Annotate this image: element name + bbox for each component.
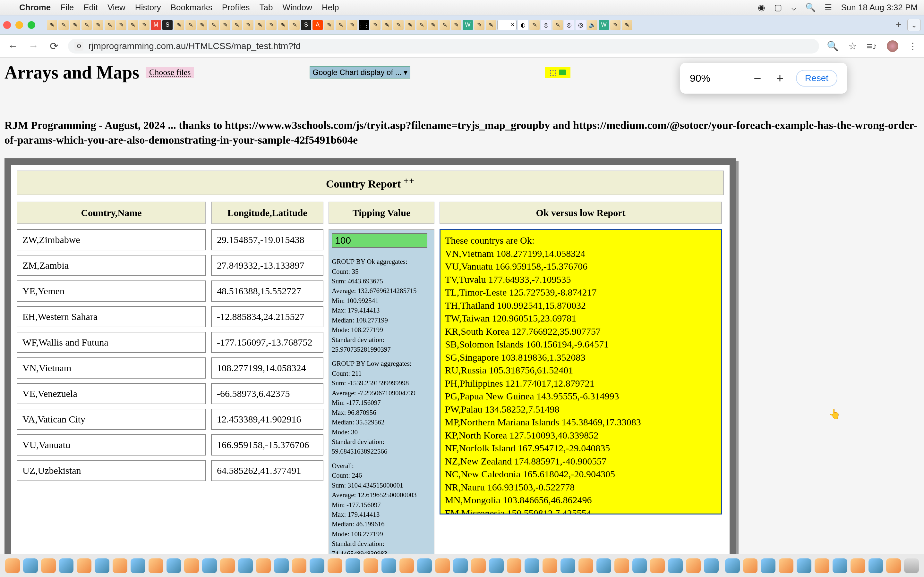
dock-app-icon[interactable]	[668, 558, 683, 573]
dock-folder-icon[interactable]	[833, 558, 847, 573]
tab-icon[interactable]: ✎	[105, 20, 115, 30]
tab-overflow-button[interactable]: ⌄	[907, 19, 921, 31]
dock-app-icon[interactable]	[561, 558, 575, 573]
bookmark-star-icon[interactable]: ☆	[848, 40, 857, 52]
dock-folder-icon[interactable]	[796, 558, 811, 573]
dock-app-icon[interactable]	[113, 558, 128, 573]
dock-app-icon[interactable]	[95, 558, 110, 573]
tab-icon[interactable]: ✎	[278, 20, 288, 30]
dock-app-icon[interactable]	[202, 558, 217, 573]
tab-icon[interactable]: ◎	[575, 20, 586, 30]
tab-icon[interactable]: ✎	[289, 20, 300, 30]
dock-app-icon[interactable]	[220, 558, 235, 573]
menu-bookmarks[interactable]: Bookmarks	[171, 3, 212, 13]
tab-icon[interactable]: ✎	[81, 20, 92, 30]
zoom-reset-button[interactable]: Reset	[796, 70, 837, 87]
back-button[interactable]: ←	[6, 40, 19, 52]
dock-app-icon[interactable]	[650, 558, 665, 573]
tab-icon[interactable]: S	[301, 20, 311, 30]
tab-icon[interactable]: ✎	[174, 20, 184, 30]
dock-app-icon[interactable]	[77, 558, 91, 573]
tab-icon[interactable]: ✎	[58, 20, 69, 30]
dock-folder-icon[interactable]	[814, 558, 829, 573]
forward-button[interactable]: →	[27, 40, 40, 52]
dock-folder-icon[interactable]	[886, 558, 901, 573]
tab-icon-active[interactable]: ×	[497, 20, 517, 30]
dock-app-icon[interactable]	[328, 558, 342, 573]
tab-icon[interactable]: ✎	[243, 20, 254, 30]
tab-icon[interactable]: ✎	[610, 20, 620, 30]
close-tab-icon[interactable]: ×	[511, 21, 514, 28]
tab-icon[interactable]: ✎	[116, 20, 126, 30]
search-icon[interactable]: 🔍	[805, 3, 816, 13]
dock-app-icon[interactable]	[435, 558, 450, 573]
dock-folder-icon[interactable]	[779, 558, 793, 573]
tab-icon[interactable]: ⋮⋮	[359, 20, 369, 30]
choose-files-button[interactable]: Choose files	[145, 67, 194, 78]
tab-icon[interactable]: ✎	[255, 20, 265, 30]
dock-app-icon[interactable]	[256, 558, 271, 573]
tab-icon[interactable]: ✎	[417, 20, 427, 30]
site-settings-icon[interactable]: ⚙	[74, 42, 83, 51]
dock-app-icon[interactable]	[543, 558, 557, 573]
tab-icon[interactable]: S	[162, 20, 173, 30]
dock-app-icon[interactable]	[131, 558, 145, 573]
dock-folder-icon[interactable]	[761, 558, 775, 573]
kebab-menu-icon[interactable]: ⋮	[908, 40, 918, 52]
record-icon[interactable]: ◉	[758, 3, 765, 13]
dock-app-icon[interactable]	[381, 558, 396, 573]
close-window-button[interactable]	[3, 21, 11, 29]
dock-folder-icon[interactable]	[743, 558, 758, 573]
google-chart-select[interactable]: Google Chart display of ... ▾	[310, 66, 410, 79]
dock-app-icon[interactable]	[489, 558, 504, 573]
dock-app-icon[interactable]	[507, 558, 522, 573]
profile-avatar[interactable]	[887, 40, 898, 52]
tab-icon[interactable]: ✎	[220, 20, 230, 30]
tab-icon[interactable]: ✎	[451, 20, 461, 30]
tab-icon[interactable]: ✎	[428, 20, 438, 30]
dock-folder-icon[interactable]	[851, 558, 865, 573]
tab-icon[interactable]: ✎	[622, 20, 632, 30]
tab-icon[interactable]: ✎	[186, 20, 196, 30]
dock-app-icon[interactable]	[614, 558, 629, 573]
tab-icon[interactable]: ✎	[347, 20, 357, 30]
menubar-clock[interactable]: Sun 18 Aug 3:32 PM	[841, 3, 918, 13]
reload-button[interactable]: ⟳	[47, 40, 60, 52]
dock-app-icon[interactable]	[238, 558, 253, 573]
minimize-window-button[interactable]	[15, 21, 23, 29]
menu-history[interactable]: History	[135, 3, 161, 13]
tab-icon[interactable]: ✎	[208, 20, 219, 30]
dock-folder-icon[interactable]	[725, 558, 740, 573]
dock-app-icon[interactable]	[5, 558, 20, 573]
tab-icon[interactable]: ✎	[139, 20, 150, 30]
dock-app-icon[interactable]	[525, 558, 540, 573]
menu-help[interactable]: Help	[322, 3, 339, 13]
tab-icon[interactable]: ✎	[93, 20, 103, 30]
zoom-in-button[interactable]: +	[774, 71, 787, 85]
tab-icon[interactable]: ✎	[486, 20, 496, 30]
trash-icon[interactable]	[904, 558, 919, 573]
tab-icon[interactable]: ◎	[564, 20, 574, 30]
app-name[interactable]: Chrome	[19, 3, 51, 13]
menu-file[interactable]: File	[60, 3, 74, 13]
tab-icon[interactable]: ✎	[47, 20, 57, 30]
new-tab-button[interactable]: +	[892, 19, 905, 31]
battery-icon[interactable]: ▢	[774, 3, 782, 13]
dock-app-icon[interactable]	[399, 558, 414, 573]
dock-app-icon[interactable]	[310, 558, 325, 573]
dock-app-icon[interactable]	[453, 558, 468, 573]
dock-app-icon[interactable]	[184, 558, 199, 573]
tab-icon[interactable]: ✎	[128, 20, 138, 30]
dock-app-icon[interactable]	[41, 558, 56, 573]
dock-app-icon[interactable]	[292, 558, 307, 573]
zoom-indicator-icon[interactable]: 🔍	[827, 40, 838, 52]
zoom-out-button[interactable]: −	[751, 71, 764, 85]
reading-list-icon[interactable]: ≡♪	[867, 41, 877, 52]
tab-icon[interactable]: 🔈	[587, 20, 598, 30]
tab-icon[interactable]: ✎	[393, 20, 404, 30]
tab-icon[interactable]: ✎	[70, 20, 80, 30]
fullscreen-window-button[interactable]	[27, 21, 35, 29]
tab-icon[interactable]: ✎	[266, 20, 276, 30]
menu-profiles[interactable]: Profiles	[222, 3, 250, 13]
tab-icon[interactable]: ✎	[552, 20, 563, 30]
